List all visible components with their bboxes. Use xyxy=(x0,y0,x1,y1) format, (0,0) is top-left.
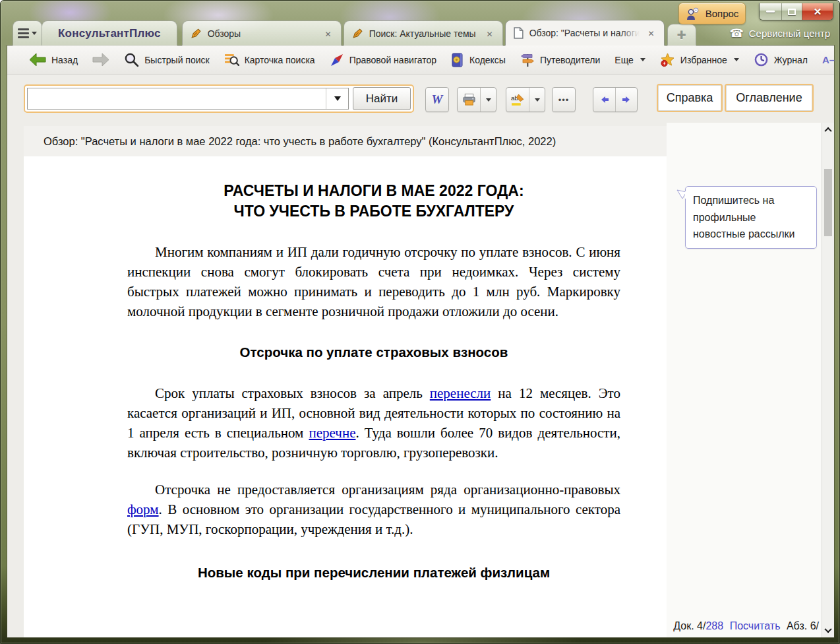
search-combo xyxy=(27,88,349,110)
legal-navigator-button[interactable]: Правовой навигатор xyxy=(322,48,444,72)
chevron-down-icon xyxy=(535,98,540,102)
service-center-label: Сервисный центр xyxy=(749,28,830,39)
chevron-down-icon xyxy=(32,32,37,35)
find-button[interactable]: Найти xyxy=(353,87,411,110)
tab-label: Обзор: "Расчеты и налоги в м xyxy=(529,28,640,38)
tab-brand-home[interactable]: КонсультантПлюс xyxy=(42,20,177,46)
guides-button[interactable]: Путеводители xyxy=(513,48,607,72)
journal-button[interactable]: Журнал xyxy=(746,48,815,72)
highlight-button[interactable]: ab xyxy=(506,88,529,112)
more-button[interactable]: Еще xyxy=(607,48,653,72)
search-icon xyxy=(124,52,139,67)
quick-search-button[interactable]: Быстрый поиск xyxy=(117,48,217,72)
quick-search-label: Быстрый поиск xyxy=(144,55,210,65)
minimize-button[interactable] xyxy=(760,3,781,20)
doc-total-link[interactable]: 288 xyxy=(705,620,723,631)
person-question-icon xyxy=(686,7,700,20)
codes-book-icon xyxy=(451,53,464,67)
tab-active-document[interactable]: Обзор: "Расчеты и налоги в м xyxy=(505,20,665,46)
paragraph-text: . В основном это организации государстве… xyxy=(127,501,620,537)
table-of-contents-button[interactable]: Оглавление xyxy=(725,84,814,112)
client-area: Назад Быстрый поиск Карточка поиска xyxy=(7,46,834,637)
tab-close-icon[interactable] xyxy=(322,28,334,39)
app-window: Вопрос Сервисный центр КонсультантПлюс О… xyxy=(0,0,840,644)
next-fragment-button[interactable] xyxy=(615,88,637,112)
arrow-right-icon xyxy=(621,94,632,105)
doc-navigation-group xyxy=(593,87,638,112)
print-button-group xyxy=(457,87,496,112)
service-center-link[interactable]: Сервисный центр xyxy=(730,26,830,40)
search-input[interactable] xyxy=(28,88,326,109)
status-line: Док. 4/288 Посчитать Абз. 6/ xyxy=(673,620,819,632)
paragraph-counter: Абз. 6/ xyxy=(787,620,819,631)
paragraph: Многим компаниям и ИП дали годичную отср… xyxy=(127,242,620,321)
more-label: Еще xyxy=(615,55,634,65)
hamburger-icon xyxy=(18,28,29,38)
chevron-up-icon xyxy=(824,127,831,135)
phone-icon xyxy=(730,26,744,40)
chevron-down-icon xyxy=(640,58,645,61)
document-header-text: Обзор: "Расчеты и налоги в мае 2022 года… xyxy=(44,135,556,148)
link-perechne[interactable]: перечне xyxy=(309,425,355,441)
favorites-label: Избранное xyxy=(680,55,727,65)
tab-close-icon[interactable] xyxy=(484,28,496,39)
main-menu-button[interactable] xyxy=(13,20,42,46)
search-card-button[interactable]: Карточка поиска xyxy=(217,48,322,72)
count-action-link[interactable]: Посчитать xyxy=(730,620,781,631)
font-decrease-button[interactable]: A– xyxy=(815,48,840,72)
tab-label: Обзоры xyxy=(208,28,316,39)
question-button-label: Вопрос xyxy=(705,8,739,19)
link-pereneseli[interactable]: перенесли xyxy=(430,385,491,401)
forward-arrow-icon xyxy=(92,52,109,67)
ellipsis-icon xyxy=(558,94,570,106)
doc-counter-prefix: Док. 4/ xyxy=(673,620,705,631)
plus-icon xyxy=(677,28,686,42)
back-arrow-icon xyxy=(29,52,46,67)
tab-search-topics[interactable]: Поиск: Актуальные темы xyxy=(344,20,503,46)
scroll-up-button[interactable] xyxy=(822,123,834,137)
subscribe-tooltip[interactable]: Подпишитесь на профильные новостные расс… xyxy=(685,186,817,249)
print-options-dropdown[interactable] xyxy=(480,88,496,112)
chevron-down-icon xyxy=(824,626,831,633)
help-button[interactable]: Справка xyxy=(657,84,723,112)
history-clock-icon xyxy=(754,52,769,67)
print-button[interactable] xyxy=(458,88,480,112)
chevron-down-icon xyxy=(734,58,739,61)
section-heading: Отсрочка по уплате страховых взносов xyxy=(127,342,620,362)
arrow-left-icon xyxy=(599,94,610,105)
codes-button[interactable]: Кодексы xyxy=(444,48,513,72)
scroll-down-button[interactable] xyxy=(822,623,834,637)
tab-reviews[interactable]: Обзоры xyxy=(182,20,342,46)
tab-close-icon[interactable] xyxy=(645,28,657,38)
question-button[interactable]: Вопрос xyxy=(678,3,746,24)
close-button[interactable] xyxy=(802,3,833,20)
pen-icon xyxy=(191,28,202,39)
back-button[interactable]: Назад xyxy=(22,48,85,72)
subscribe-tooltip-text: Подпишитесь на профильные новостные расс… xyxy=(693,195,795,240)
search-history-dropdown[interactable] xyxy=(326,88,348,109)
prev-fragment-button[interactable] xyxy=(593,88,615,112)
scrollbar-thumb[interactable] xyxy=(824,169,832,236)
document-title-line1: РАСЧЕТЫ И НАЛОГИ В МАЕ 2022 ГОДА: xyxy=(127,181,620,201)
new-tab-button[interactable] xyxy=(667,24,696,46)
tab-label: Поиск: Актуальные темы xyxy=(369,28,478,39)
search-card-label: Карточка поиска xyxy=(245,55,315,65)
vertical-scrollbar[interactable] xyxy=(822,123,834,637)
pen-icon xyxy=(352,28,363,39)
favorites-button[interactable]: Избранное xyxy=(653,48,746,72)
link-form[interactable]: форм xyxy=(127,501,159,517)
tooltip-tail-icon xyxy=(676,188,687,205)
word-icon xyxy=(432,92,443,107)
printer-icon xyxy=(462,93,476,106)
search-card-icon xyxy=(224,52,239,67)
export-word-button[interactable] xyxy=(425,87,449,112)
maximize-button[interactable] xyxy=(781,3,802,20)
more-actions-button[interactable] xyxy=(552,87,576,112)
legal-navigator-label: Правовой навигатор xyxy=(349,55,436,65)
close-icon xyxy=(814,6,822,18)
paragraph-text: Отсрочка не предоставляется организациям… xyxy=(155,482,620,498)
chevron-down-icon xyxy=(486,98,491,102)
highlight-options-dropdown[interactable] xyxy=(529,88,545,112)
forward-button[interactable] xyxy=(85,48,117,72)
section-heading: Новые коды при перечислении платежей физ… xyxy=(127,563,620,583)
